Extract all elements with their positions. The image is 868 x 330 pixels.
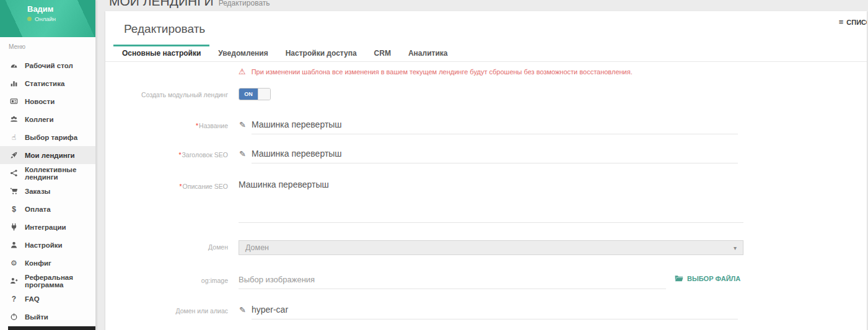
sidebar-item-faq[interactable]: ? FAQ (0, 290, 95, 308)
sidebar: Вадим Онлайн Меню Рабочий стол Статистик… (0, 0, 96, 330)
og-image-input[interactable] (239, 274, 666, 289)
seo-description-row: *Описание SEO Машинка перевертыш (105, 180, 867, 223)
og-image-row: og:image ВЫБОР ФАЙЛА (105, 274, 867, 289)
faq-icon: ? (9, 295, 19, 303)
sidebar-user-panel: Вадим Онлайн (0, 0, 95, 37)
seo-title-row: *Заголовок SEO ✎ (105, 148, 867, 163)
domain-select[interactable]: Домен ▾ (239, 240, 743, 255)
sidebar-item-news[interactable]: Новости (0, 92, 95, 110)
domain-label: Домен (105, 240, 228, 255)
sidebar-item-settings[interactable]: Настройки (0, 236, 95, 254)
sidebar-item-label: Коллективные лендинги (25, 166, 95, 181)
sidebar-item-collective-landings[interactable]: Коллективные лендинги (0, 164, 95, 182)
name-input[interactable] (252, 119, 738, 134)
tariff-icon: ☝ (9, 133, 19, 142)
settings-icon (9, 241, 19, 249)
choose-file-label: ВЫБОР ФАЙЛА (687, 275, 740, 282)
seo-title-input[interactable] (252, 148, 738, 163)
tab-main-settings[interactable]: Основные настройки (113, 45, 209, 61)
card-title: Редактировать (124, 22, 848, 36)
referral-icon (9, 277, 19, 285)
sidebar-menu-label: Меню (0, 37, 95, 53)
user-status: Онлайн (27, 15, 56, 22)
user-status-label: Онлайн (35, 15, 56, 22)
choose-file-button[interactable]: ВЫБОР ФАЙЛА (675, 275, 740, 282)
warning-text: При изменении шаблона все изменения в ва… (252, 68, 633, 76)
tab-notifications[interactable]: Уведомления (209, 45, 276, 61)
sidebar-item-label: Оплата (25, 206, 51, 213)
sidebar-item-label: Выйти (25, 313, 48, 321)
list-icon: ≡ (839, 17, 844, 27)
online-status-dot (27, 17, 32, 21)
name-row: *Название ✎ (105, 119, 867, 134)
sidebar-item-label: Интеграции (25, 224, 66, 231)
dashboard-icon (9, 61, 19, 69)
alias-row: Домен или алиас ✎ (105, 304, 867, 319)
sidebar-item-referral[interactable]: Реферальная программа (0, 272, 95, 290)
tab-bar: Основные настройки Уведомления Настройки… (105, 45, 867, 62)
sidebar-item-label: Коллеги (25, 116, 53, 123)
sidebar-item-tariff[interactable]: ☝ Выбор тарифа (0, 128, 95, 146)
list-button[interactable]: ≡ СПИСОК (839, 17, 867, 27)
sidebar-item-label: Конфиг (25, 259, 51, 267)
my-landings-icon (9, 151, 19, 159)
required-mark: * (178, 151, 181, 158)
module-toggle-label: Создать модульный лендинг (105, 88, 228, 100)
seo-description-textarea[interactable]: Машинка перевертыш (239, 180, 743, 223)
payment-icon: $ (9, 205, 19, 214)
alias-label: Домен или алиас (105, 304, 228, 319)
config-icon: ⚙ (9, 259, 19, 267)
domain-row: Домен Домен ▾ (105, 240, 867, 255)
collective-landings-icon (9, 169, 19, 177)
edit-pencil-icon[interactable]: ✎ (239, 120, 246, 129)
orders-icon (9, 187, 19, 195)
sidebar-item-label: Выбор тарифа (25, 134, 77, 141)
sidebar-item-logout[interactable]: Выйти (0, 308, 95, 326)
edit-pencil-icon[interactable]: ✎ (239, 149, 246, 158)
alias-input[interactable] (252, 304, 738, 319)
sidebar-item-dashboard[interactable]: Рабочий стол (0, 56, 95, 74)
sidebar-item-label: Заказы (25, 188, 50, 195)
editor-card: Редактировать ≡ СПИСОК Основные настройк… (105, 11, 867, 330)
page-title: Мои лендинги (109, 0, 214, 9)
card-header: Редактировать ≡ СПИСОК (105, 11, 867, 45)
sidebar-item-label: Мои лендинги (25, 152, 75, 159)
stats-icon (9, 79, 19, 87)
sidebar-item-label: FAQ (25, 295, 40, 303)
module-toggle-row: Создать модульный лендинг ON (105, 88, 867, 100)
folder-icon (675, 275, 683, 282)
integrations-icon (9, 223, 19, 231)
required-mark: * (196, 122, 198, 129)
toggle-on-label: ON (239, 89, 258, 100)
sidebar-item-label: Статистика (25, 80, 64, 87)
sidebar-item-config[interactable]: ⚙ Конфиг (0, 254, 95, 272)
tab-analytics[interactable]: Аналитика (400, 45, 457, 61)
sidebar-item-label: Рабочий стол (25, 62, 73, 69)
sidebar-item-orders[interactable]: Заказы (0, 182, 95, 200)
colleagues-icon (9, 115, 19, 123)
seo-title-label: *Заголовок SEO (105, 148, 228, 163)
sidebar-item-payment[interactable]: $ Оплата (0, 200, 95, 218)
edit-pencil-icon[interactable]: ✎ (239, 305, 246, 315)
settings-form: Создать модульный лендинг ON *Название ✎… (105, 88, 867, 319)
user-name: Вадим (27, 4, 53, 14)
tab-crm[interactable]: CRM (366, 45, 400, 61)
breadcrumb: Мои лендингиРедактировать (109, 0, 270, 9)
sidebar-item-label: Новости (25, 98, 55, 105)
sidebar-item-statistics[interactable]: Статистика (0, 74, 95, 92)
name-label: *Название (105, 119, 228, 134)
list-button-label: СПИСОК (846, 19, 867, 26)
sidebar-item-integrations[interactable]: Интеграции (0, 218, 95, 236)
warning-icon: ⚠ (239, 67, 246, 76)
sidebar-footer-strip (8, 326, 95, 330)
module-toggle[interactable]: ON (239, 88, 271, 100)
sidebar-item-colleagues[interactable]: Коллеги (0, 110, 95, 128)
page-subtitle: Редактировать (219, 0, 270, 7)
sidebar-item-label: Реферальная программа (25, 274, 95, 289)
og-image-label: og:image (105, 274, 228, 289)
sidebar-item-my-landings[interactable]: Мои лендинги (0, 146, 95, 164)
chevron-down-icon: ▾ (734, 245, 737, 251)
required-mark: * (180, 183, 182, 190)
toggle-knob (258, 89, 270, 100)
tab-access-settings[interactable]: Настройки доступа (277, 45, 366, 61)
